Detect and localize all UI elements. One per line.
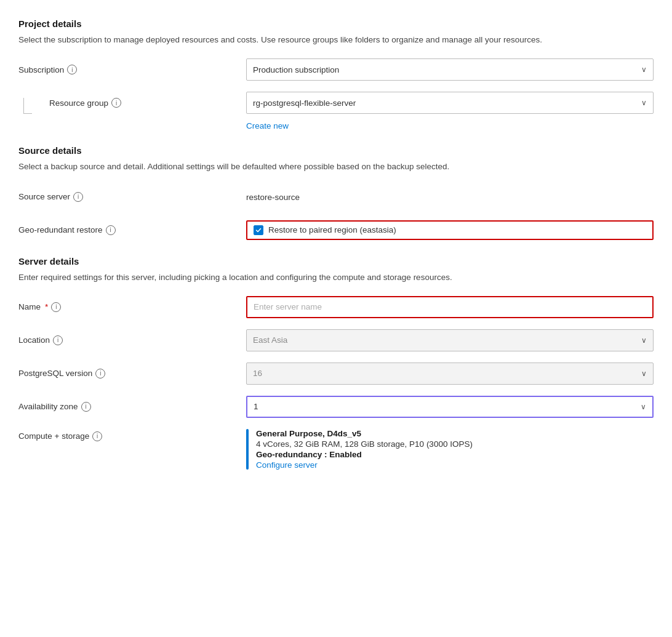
postgres-version-info-icon[interactable]: i (95, 369, 105, 379)
source-server-info-icon[interactable]: i (73, 192, 83, 202)
availability-zone-info-icon[interactable]: i (81, 402, 91, 412)
rg-label-row: Resource group i rg-postgresql-flexible-… (49, 92, 654, 114)
resource-group-control: rg-postgresql-flexible-server ∨ (246, 92, 654, 114)
postgres-version-chevron-icon: ∨ (641, 369, 647, 378)
project-details-title: Project details (18, 18, 654, 29)
server-name-control (246, 296, 654, 318)
compute-info: General Purpose, D4ds_v5 4 vCores, 32 Gi… (256, 429, 654, 470)
rg-label-control: Resource group i rg-postgresql-flexible-… (49, 92, 654, 130)
subscription-dropdown[interactable]: Production subscription ∨ (246, 58, 654, 81)
postgres-version-dropdown: 16 ∨ (246, 363, 654, 385)
geo-redundant-checkbox-label: Restore to paired region (eastasia) (268, 225, 396, 234)
server-name-row: Name * i (18, 296, 654, 318)
server-details-desc: Enter required settings for this server,… (18, 271, 654, 284)
checkmark-icon (255, 227, 262, 233)
source-details-desc: Select a backup source and detail. Addit… (18, 161, 654, 173)
geo-redundant-checkbox[interactable]: Restore to paired region (eastasia) (246, 220, 654, 240)
resource-group-info-icon[interactable]: i (111, 98, 121, 108)
location-control: East Asia ∨ (246, 329, 654, 351)
compute-geo-label: Geo-redundancy : Enabled (256, 450, 654, 459)
resource-group-dropdown[interactable]: rg-postgresql-flexible-server ∨ (246, 92, 654, 114)
server-name-input[interactable] (246, 296, 654, 318)
server-name-label: Name * i (18, 302, 246, 312)
location-label: Location i (18, 335, 246, 345)
source-details-section: Source details Select a backup source an… (18, 145, 654, 241)
resource-group-chevron-icon: ∨ (641, 98, 647, 107)
project-details-desc: Select the subscription to manage deploy… (18, 34, 654, 46)
server-name-info-icon[interactable]: i (51, 302, 61, 312)
geo-redundant-info-icon[interactable]: i (106, 225, 116, 235)
compute-name: General Purpose, D4ds_v5 (256, 429, 654, 438)
postgres-version-row: PostgreSQL version i 16 ∨ (18, 363, 654, 385)
postgres-version-label: PostgreSQL version i (18, 369, 246, 379)
project-details-section: Project details Select the subscription … (18, 18, 654, 130)
resource-group-row: Resource group i rg-postgresql-flexible-… (18, 92, 654, 130)
server-details-section: Server details Enter required settings f… (18, 256, 654, 470)
availability-zone-control: 1 ∨ (246, 396, 654, 418)
source-server-label: Source server i (18, 192, 246, 202)
resource-group-label: Resource group i (49, 98, 246, 108)
geo-redundant-label: Geo-redundant restore i (18, 225, 246, 235)
subscription-label: Subscription i (18, 65, 246, 74)
postgres-version-control: 16 ∨ (246, 363, 654, 385)
compute-storage-label: Compute + storage i (18, 429, 246, 441)
compute-storage-bar (246, 429, 249, 470)
location-row: Location i East Asia ∨ (18, 329, 654, 351)
compute-storage-content: General Purpose, D4ds_v5 4 vCores, 32 Gi… (246, 429, 654, 470)
compute-specs: 4 vCores, 32 GiB RAM, 128 GiB storage, P… (256, 439, 654, 449)
availability-zone-dropdown[interactable]: 1 ∨ (246, 396, 654, 418)
subscription-chevron-icon: ∨ (641, 65, 647, 74)
compute-storage-info-icon[interactable]: i (92, 431, 102, 441)
rg-indent-line (23, 98, 32, 114)
geo-redundant-row: Geo-redundant restore i Restore to paire… (18, 219, 654, 241)
subscription-row: Subscription i Production subscription ∨ (18, 58, 654, 81)
compute-storage-row: Compute + storage i General Purpose, D4d… (18, 429, 654, 470)
location-info-icon[interactable]: i (53, 335, 63, 345)
configure-server-link[interactable]: Configure server (256, 460, 318, 470)
compute-storage-control: General Purpose, D4ds_v5 4 vCores, 32 Gi… (246, 429, 654, 470)
subscription-control: Production subscription ∨ (246, 58, 654, 81)
availability-zone-chevron-icon: ∨ (641, 403, 646, 411)
rg-indent (18, 92, 49, 114)
location-dropdown: East Asia ∨ (246, 329, 654, 351)
server-details-title: Server details (18, 256, 654, 266)
geo-redundant-control: Restore to paired region (eastasia) (246, 220, 654, 240)
checkbox-box (254, 225, 263, 235)
source-server-row: Source server i restore-source (18, 186, 654, 208)
subscription-info-icon[interactable]: i (67, 65, 77, 74)
source-server-value: restore-source (246, 192, 654, 202)
availability-zone-label: Availability zone i (18, 402, 246, 412)
location-chevron-icon: ∨ (641, 336, 647, 345)
source-details-title: Source details (18, 145, 654, 156)
create-new-link[interactable]: Create new (246, 121, 289, 130)
availability-zone-row: Availability zone i 1 ∨ (18, 396, 654, 418)
